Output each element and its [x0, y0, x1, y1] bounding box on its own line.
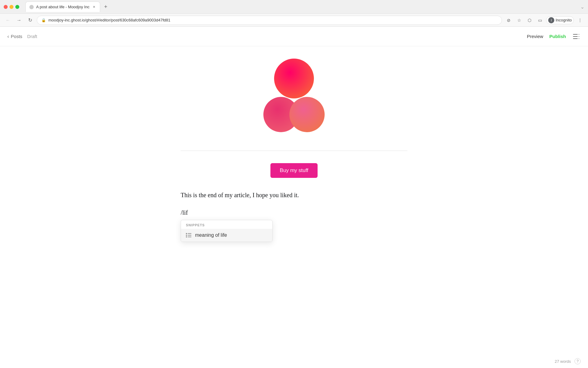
snippet-label: meaning of life — [195, 232, 227, 238]
bookmark-icon[interactable]: ☆ — [515, 16, 523, 25]
editor-header: ‹ Posts Draft Preview Publish — [0, 27, 588, 46]
draft-status: Draft — [27, 34, 37, 39]
header-actions: Preview Publish — [527, 32, 581, 41]
svg-rect-9 — [188, 235, 191, 236]
expand-icon[interactable]: ⌄ — [580, 4, 584, 10]
svg-rect-7 — [188, 233, 191, 234]
logo-image-area — [181, 59, 407, 138]
buy-button-container: Buy my stuff — [181, 163, 407, 178]
toolbar-icons: ⊘ ☆ ⬡ ▭ I Incognito ⋮ — [504, 16, 584, 25]
address-bar[interactable]: 🔒 moodjoy-inc.ghost.io/ghost/#/editor/po… — [37, 16, 502, 25]
url-text: moodjoy-inc.ghost.io/ghost/#/editor/post… — [48, 18, 497, 22]
editor-main: Buy my stuff This is the end of my artic… — [181, 46, 407, 358]
back-label: Posts — [11, 34, 22, 39]
svg-rect-8 — [186, 235, 187, 236]
editor-content: Buy my stuff This is the end of my artic… — [0, 46, 588, 358]
title-bar: A post about life - Moodjoy Inc ✕ + ⌄ — [0, 0, 588, 13]
word-count-bar: 27 words ? — [547, 355, 588, 368]
tab-bar: A post about life - Moodjoy Inc ✕ + — [22, 2, 114, 12]
extensions-icon[interactable]: ⬡ — [525, 16, 534, 25]
tab-favicon — [29, 5, 34, 9]
editor-app: ‹ Posts Draft Preview Publish — [0, 27, 588, 358]
tab-close-button[interactable]: ✕ — [92, 5, 96, 9]
menu-button[interactable]: ⋮ — [576, 16, 584, 25]
active-tab[interactable]: A post about life - Moodjoy Inc ✕ — [25, 2, 100, 12]
svg-rect-6 — [186, 233, 187, 234]
browser-chrome: A post about life - Moodjoy Inc ✕ + ⌄ ← … — [0, 0, 588, 27]
circle-bottom-right — [289, 97, 325, 132]
slash-command-input[interactable]: /lif — [181, 209, 407, 216]
buy-my-stuff-button[interactable]: Buy my stuff — [270, 163, 317, 178]
minimize-window-button[interactable] — [9, 5, 13, 9]
tab-title: A post about life - Moodjoy Inc — [36, 5, 89, 9]
maximize-window-button[interactable] — [15, 5, 19, 9]
forward-button[interactable]: → — [15, 16, 23, 25]
circle-top — [274, 59, 314, 98]
snippets-dropdown: SNIPPETS meaning of life — [181, 220, 273, 242]
svg-rect-10 — [186, 236, 187, 237]
snippet-list-icon — [186, 233, 191, 237]
svg-rect-3 — [577, 34, 580, 35]
new-tab-button[interactable]: + — [101, 2, 110, 11]
svg-rect-4 — [577, 36, 580, 37]
back-chevron-icon: ‹ — [7, 34, 9, 39]
content-divider — [181, 151, 407, 151]
snippet-item-meaning-of-life[interactable]: meaning of life — [181, 229, 272, 242]
address-bar-row: ← → ↻ 🔒 moodjoy-inc.ghost.io/ghost/#/edi… — [0, 13, 588, 26]
traffic-lights — [4, 5, 19, 9]
profile-label: Incognito — [556, 18, 572, 22]
publish-button[interactable]: Publish — [549, 34, 566, 39]
article-end-text: This is the end of my article, I hope yo… — [181, 190, 407, 200]
back-to-posts-link[interactable]: ‹ Posts — [7, 34, 22, 39]
snippets-header: SNIPPETS — [181, 220, 272, 229]
close-window-button[interactable] — [4, 5, 8, 9]
svg-rect-11 — [188, 237, 191, 237]
sidebar-toggle-button[interactable] — [572, 32, 581, 41]
sidebar-icon[interactable]: ▭ — [536, 16, 544, 25]
reload-button[interactable]: ↻ — [26, 16, 34, 25]
help-button[interactable]: ? — [575, 358, 581, 364]
profile-button[interactable]: I Incognito — [546, 16, 574, 24]
avatar: I — [548, 17, 554, 23]
cast-icon[interactable]: ⊘ — [504, 16, 513, 25]
logo-circles — [254, 59, 334, 138]
back-button[interactable]: ← — [4, 16, 12, 25]
svg-rect-5 — [577, 38, 580, 39]
lock-icon: 🔒 — [41, 18, 46, 22]
word-count: 27 words — [555, 359, 571, 364]
preview-button[interactable]: Preview — [527, 34, 543, 39]
